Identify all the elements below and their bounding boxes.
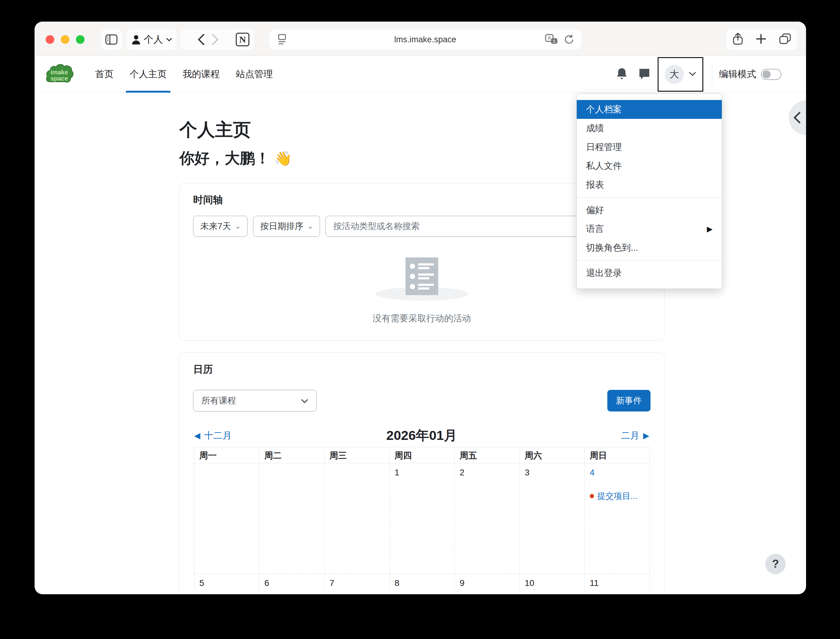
notion-icon: N <box>236 33 249 46</box>
zoom-window-button[interactable] <box>76 35 84 44</box>
edit-mode-control: 编辑模式 <box>719 68 781 81</box>
chevron-down-icon <box>689 71 696 78</box>
forward-button[interactable] <box>211 33 219 45</box>
browser-window: 个人 N <box>35 22 806 594</box>
history-nav-group <box>180 29 236 50</box>
person-icon <box>132 35 141 45</box>
chevron-left-icon <box>793 111 801 124</box>
menu-item-schedule[interactable]: 日程管理 <box>577 138 722 156</box>
menu-item-switch-role[interactable]: 切换角色到... <box>577 238 722 257</box>
new-event-button[interactable]: 新事件 <box>607 390 651 412</box>
calendar-day-cell <box>324 463 389 574</box>
weekday-header: 周六 <box>520 447 585 463</box>
sidebar-icon <box>105 34 118 45</box>
edit-mode-toggle[interactable] <box>761 69 781 80</box>
main-nav: 首页 个人主页 我的课程 站点管理 <box>87 56 281 92</box>
nav-item-home[interactable]: 首页 <box>87 56 122 92</box>
profile-switcher-button[interactable]: 个人 <box>127 29 176 50</box>
menu-item-profile[interactable]: 个人档案 <box>577 100 722 119</box>
new-tab-button[interactable] <box>756 33 766 45</box>
course-filter-select[interactable]: 所有课程 <box>193 390 317 412</box>
menu-item-private-files[interactable]: 私人文件 <box>577 156 722 175</box>
weekday-header: 周一 <box>194 447 260 463</box>
address-bar[interactable]: lms.imake.space A 文 <box>269 30 581 49</box>
close-window-button[interactable] <box>46 35 54 44</box>
url-text: lms.imake.space <box>269 35 581 45</box>
edit-mode-label: 编辑模式 <box>719 68 756 81</box>
greeting-text: 你好，大鹏！ 👋 <box>179 148 292 168</box>
header-right-group: 大 编辑模式 <box>611 56 781 92</box>
svg-text:space: space <box>51 75 68 82</box>
nav-item-site-admin[interactable]: 站点管理 <box>228 56 281 92</box>
timeline-day-filter[interactable]: 未来7天 ⌄ <box>193 216 248 237</box>
calendar-grid: 周一 周二 周三 周四 周五 周六 周日 1 2 <box>194 447 650 594</box>
help-button[interactable]: ? <box>765 554 786 574</box>
wave-emoji: 👋 <box>274 150 292 166</box>
back-button[interactable] <box>197 33 205 45</box>
calendar-day-cell: 7 <box>324 574 389 594</box>
menu-item-reports[interactable]: 报表 <box>577 175 722 194</box>
chevron-down-icon <box>166 37 172 42</box>
month-title: 2026年01月 <box>194 427 649 445</box>
calendar-month-nav: ◀ 十二月 2026年01月 二月 ▶ <box>194 426 649 445</box>
calendar-day-cell: 1 <box>389 463 454 574</box>
menu-divider <box>577 260 722 261</box>
svg-text:文: 文 <box>553 39 556 43</box>
chevron-down-icon: ⌄ <box>308 223 313 230</box>
nav-item-my-courses[interactable]: 我的课程 <box>175 56 228 92</box>
assignment-event-icon <box>590 494 594 498</box>
weekday-header: 周三 <box>324 447 389 463</box>
user-menu-toggle[interactable]: 大 <box>657 57 703 92</box>
chevron-down-icon <box>301 396 308 405</box>
tab-overview-button[interactable] <box>779 33 791 46</box>
divider <box>208 33 208 46</box>
calendar-block: 日历 所有课程 新事件 ◀ 十二月 2026年01月 二月 ▶ <box>179 353 664 594</box>
user-dropdown-menu: 个人档案 成绩 日程管理 私人文件 报表 偏好 语言 ▶ 切换角色到... 退出… <box>576 94 722 289</box>
menu-item-grades[interactable]: 成绩 <box>577 119 722 138</box>
day-4-link[interactable]: 4 <box>590 468 595 477</box>
menu-item-logout[interactable]: 退出登录 <box>577 264 722 283</box>
sidebar-toggle-button[interactable] <box>101 29 122 50</box>
chevron-down-icon: ⌄ <box>235 223 241 230</box>
open-drawer-tab[interactable] <box>789 100 806 135</box>
calendar-day-cell <box>259 463 324 574</box>
calendar-day-cell: 3 <box>520 463 585 574</box>
submenu-arrow-icon: ▶ <box>707 225 713 234</box>
timeline-sort-filter[interactable]: 按日期排序 ⌄ <box>253 216 320 237</box>
weekday-header: 周日 <box>585 447 650 463</box>
browser-toolbar: 个人 N <box>35 22 806 56</box>
timeline-title: 时间轴 <box>193 193 223 207</box>
calendar-day-cell: 2 <box>454 463 520 574</box>
minimize-window-button[interactable] <box>61 35 70 44</box>
reload-icon[interactable] <box>564 34 575 47</box>
calendar-event[interactable]: 提交项目... <box>590 491 649 502</box>
calendar-day-cell: 4 提交项目... <box>585 463 650 574</box>
profile-switcher-label: 个人 <box>144 33 163 46</box>
timeline-empty-text: 没有需要采取行动的活动 <box>179 312 664 325</box>
share-button[interactable] <box>733 33 743 46</box>
page-title: 个人主页 <box>179 118 251 142</box>
weekday-header: 周五 <box>454 447 520 463</box>
translate-icon[interactable]: A 文 <box>545 34 558 47</box>
avatar: 大 <box>665 65 684 84</box>
empty-list-icon <box>405 258 438 295</box>
divider <box>712 62 712 86</box>
menu-item-language[interactable]: 语言 ▶ <box>577 219 722 238</box>
calendar-day-cell: 9 <box>454 574 520 594</box>
site-logo[interactable]: imake space <box>45 63 73 84</box>
notion-extension-button[interactable]: N <box>231 29 254 50</box>
messages-icon[interactable] <box>638 68 650 81</box>
event-label[interactable]: 提交项目... <box>597 491 638 502</box>
nav-item-dashboard[interactable]: 个人主页 <box>122 56 175 92</box>
menu-item-preferences[interactable]: 偏好 <box>577 201 722 219</box>
calendar-day-cell: 8 <box>389 574 454 594</box>
weekday-header: 周二 <box>259 447 324 463</box>
calendar-day-cell: 11 <box>585 574 650 594</box>
svg-text:imake: imake <box>51 69 68 76</box>
svg-text:A: A <box>548 35 551 41</box>
calendar-day-cell: 10 <box>520 574 585 594</box>
calendar-day-cell: 5 <box>194 574 260 594</box>
calendar-day-cell: 6 <box>259 574 324 594</box>
notifications-bell-icon[interactable] <box>616 68 627 81</box>
toolbar-right-group <box>726 29 797 50</box>
